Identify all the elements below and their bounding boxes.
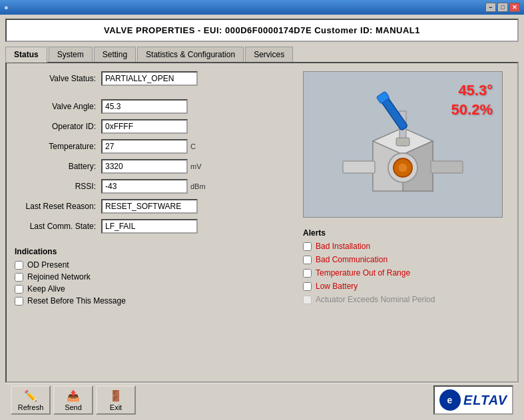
valve-status-input[interactable] xyxy=(101,71,198,86)
bad-communication-checkbox[interactable] xyxy=(303,256,312,264)
battery-unit: mV xyxy=(190,162,202,170)
valve-status-label: Valve Status: xyxy=(15,74,101,83)
ind-rejoined-network: Rejoined Network xyxy=(15,272,292,282)
valve-svg xyxy=(336,85,469,204)
alerts-title: Alerts xyxy=(303,228,509,238)
tab-statistics[interactable]: Statistics & Configuration xyxy=(137,47,244,63)
operator-id-row: Operator ID: xyxy=(15,119,292,134)
valve-angle-row: Valve Angle: xyxy=(15,99,292,114)
window-titlebar: ● − □ ✕ xyxy=(0,0,524,15)
valve-angle-input[interactable] xyxy=(101,99,188,114)
logo-icon: e xyxy=(439,389,461,411)
bad-installation-checkbox[interactable] xyxy=(303,242,312,251)
temperature-row: Temperature: C xyxy=(15,139,292,154)
tab-setting[interactable]: Setting xyxy=(94,47,136,63)
svg-rect-6 xyxy=(343,161,375,173)
content-columns: Valve Status: Valve Angle: Operator ID: … xyxy=(15,71,509,373)
last-reset-input[interactable] xyxy=(101,199,198,214)
operator-id-label: Operator ID: xyxy=(15,122,101,131)
logo-text: ELTAV xyxy=(463,393,507,408)
actuator-nominal-checkbox xyxy=(303,296,312,304)
tab-services[interactable]: Services xyxy=(245,47,293,63)
valve-status-row: Valve Status: xyxy=(15,71,292,86)
svg-rect-7 xyxy=(431,161,463,173)
low-battery-checkbox[interactable] xyxy=(303,282,312,291)
valve-percent-value: 50.2% xyxy=(451,101,493,120)
alert-bad-installation: Bad Installation xyxy=(303,242,509,251)
refresh-icon: ✏️ xyxy=(24,389,37,402)
close-button[interactable]: ✕ xyxy=(509,3,520,12)
ind-od-present: OD Present xyxy=(15,260,292,270)
window-title: ● xyxy=(4,3,9,11)
temp-out-of-range-checkbox[interactable] xyxy=(303,269,312,278)
temperature-label: Temperature: xyxy=(15,142,101,151)
reset-before-label: Reset Before This Message xyxy=(27,296,126,306)
last-reset-label: Last Reset Reason: xyxy=(15,202,101,211)
indications-section: Indications OD Present Rejoined Network … xyxy=(15,244,292,308)
left-column: Valve Status: Valve Angle: Operator ID: … xyxy=(15,71,292,373)
last-comm-row: Last Comm. State: xyxy=(15,219,292,234)
refresh-label: Refresh xyxy=(18,403,44,411)
alert-bad-communication: Bad Communication xyxy=(303,255,509,264)
temperature-unit: C xyxy=(190,142,196,150)
valve-angle-value: 45.3° xyxy=(451,81,493,101)
alert-actuator-nominal: Actuator Exceeds Nominal Period xyxy=(303,295,509,304)
last-comm-input[interactable] xyxy=(101,219,198,234)
alert-low-battery: Low Battery xyxy=(303,282,509,291)
rssi-unit: dBm xyxy=(190,182,206,190)
send-label: Send xyxy=(65,403,82,411)
ind-keep-alive: Keep Alive xyxy=(15,284,292,294)
alerts-section: Alerts Bad Installation Bad Communicatio… xyxy=(303,226,509,308)
bottom-toolbar: ✏️ Refresh 📤 Send 🚪 Exit e ELTAV xyxy=(5,383,519,416)
rssi-row: RSSI: dBm xyxy=(15,179,292,194)
battery-row: Battery: mV xyxy=(15,159,292,174)
tab-status[interactable]: Status xyxy=(5,47,47,63)
tab-system[interactable]: System xyxy=(49,47,93,63)
maximize-button[interactable]: □ xyxy=(497,3,508,12)
valve-angle-overlay: 45.3° 50.2% xyxy=(451,81,493,119)
send-button[interactable]: 📤 Send xyxy=(53,385,93,415)
minimize-button[interactable]: − xyxy=(485,3,496,12)
window-controls: − □ ✕ xyxy=(485,3,520,12)
valve-angle-label: Valve Angle: xyxy=(15,102,101,111)
reset-before-checkbox[interactable] xyxy=(15,297,23,306)
send-icon: 📤 xyxy=(67,389,80,402)
temperature-input[interactable] xyxy=(101,139,188,154)
exit-label: Exit xyxy=(110,403,122,411)
exit-button[interactable]: 🚪 Exit xyxy=(96,385,136,415)
eltav-logo: e ELTAV xyxy=(433,385,513,415)
tab-content-status: Valve Status: Valve Angle: Operator ID: … xyxy=(5,62,519,383)
header-text: VALVE PROPERTIES - EUI: 000D6F0000174D7E… xyxy=(104,25,420,35)
keep-alive-label: Keep Alive xyxy=(27,284,65,294)
alert-temp-out-of-range: Temperature Out of Range xyxy=(303,268,509,278)
ind-reset-before: Reset Before This Message xyxy=(15,296,292,306)
last-reset-row: Last Reset Reason: xyxy=(15,199,292,214)
bad-communication-label: Bad Communication xyxy=(316,255,388,264)
temp-out-of-range-label: Temperature Out of Range xyxy=(316,268,410,278)
bad-installation-label: Bad Installation xyxy=(316,242,370,251)
indications-title: Indications xyxy=(15,247,292,256)
low-battery-label: Low Battery xyxy=(316,282,358,291)
refresh-button[interactable]: ✏️ Refresh xyxy=(11,385,51,415)
od-present-checkbox[interactable] xyxy=(15,261,23,270)
toolbar-buttons: ✏️ Refresh 📤 Send 🚪 Exit xyxy=(11,385,136,415)
header-banner: VALVE PROPERTIES - EUI: 000D6F0000174D7E… xyxy=(5,19,519,42)
window-body: VALVE PROPERTIES - EUI: 000D6F0000174D7E… xyxy=(0,15,524,420)
battery-input[interactable] xyxy=(101,159,188,174)
od-present-label: OD Present xyxy=(27,260,69,270)
rssi-label: RSSI: xyxy=(15,182,101,191)
keep-alive-checkbox[interactable] xyxy=(15,285,23,294)
svg-rect-11 xyxy=(396,138,409,146)
right-column: 45.3° 50.2% Alerts Bad Installation Bad … xyxy=(303,71,509,373)
battery-label: Battery: xyxy=(15,162,101,171)
actuator-nominal-label: Actuator Exceeds Nominal Period xyxy=(316,295,435,304)
tabs-bar: Status System Setting Statistics & Confi… xyxy=(5,46,519,62)
valve-image-area: 45.3° 50.2% xyxy=(303,71,503,218)
rejoined-network-checkbox[interactable] xyxy=(15,273,23,282)
exit-icon: 🚪 xyxy=(109,389,123,402)
rssi-input[interactable] xyxy=(101,179,188,194)
last-comm-label: Last Comm. State: xyxy=(15,222,101,231)
svg-point-5 xyxy=(398,163,407,172)
operator-id-input[interactable] xyxy=(101,119,188,134)
rejoined-network-label: Rejoined Network xyxy=(27,272,91,282)
